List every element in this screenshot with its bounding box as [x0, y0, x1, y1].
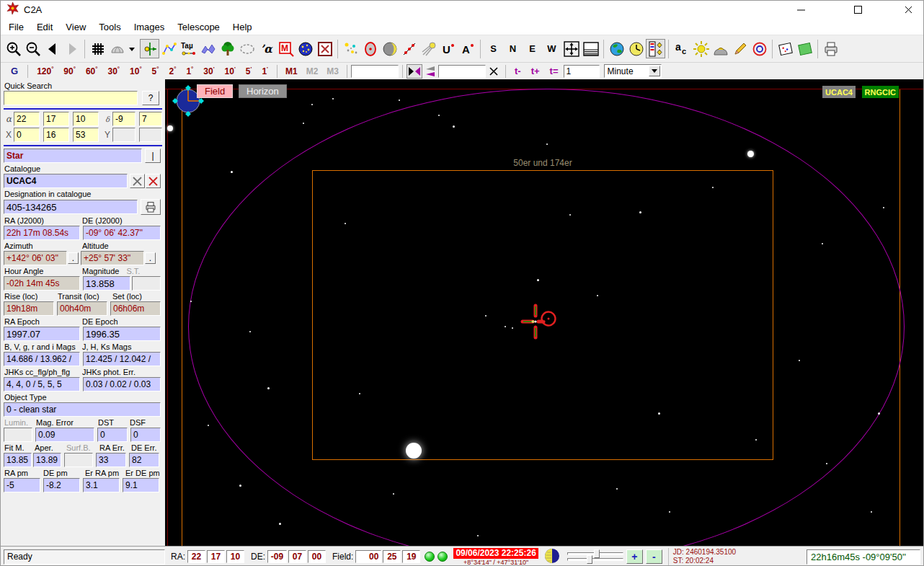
print-icon[interactable]: [821, 39, 840, 58]
time-plus-button[interactable]: t+: [526, 66, 545, 76]
ra-s-field[interactable]: 10: [73, 112, 99, 126]
sun-icon[interactable]: [691, 39, 711, 58]
minimize-button[interactable]: [784, 1, 817, 19]
uranus-label-icon[interactable]: U: [438, 39, 458, 58]
ccd-frame-icon[interactable]: [795, 39, 814, 58]
tab-horizon[interactable]: Horizon: [239, 84, 287, 98]
star-colors-icon[interactable]: [341, 39, 360, 58]
time-set-button[interactable]: t=: [545, 66, 564, 76]
earth-map-icon[interactable]: [607, 39, 626, 58]
pan-view-icon[interactable]: [561, 39, 581, 58]
menu-item-tools[interactable]: Tools: [92, 20, 127, 34]
menu-item-view[interactable]: View: [59, 20, 92, 34]
fov-button-10deg[interactable]: 10°: [125, 66, 147, 76]
deselect-icon[interactable]: [130, 174, 145, 188]
field-ellipse-icon[interactable]: [237, 39, 257, 58]
forward-icon[interactable]: [62, 39, 81, 58]
delete-icon[interactable]: [146, 174, 161, 188]
fov-button-60deg[interactable]: 60°: [81, 66, 103, 76]
edit-pencil-icon[interactable]: [730, 39, 750, 58]
direction-north-button[interactable]: N: [503, 39, 523, 58]
mark-m2-button[interactable]: M2: [302, 66, 323, 76]
time-step-input[interactable]: [564, 65, 600, 78]
moon-phase-icon[interactable]: [380, 39, 399, 58]
star-labels-icon[interactable]: ʼα: [257, 39, 276, 58]
quick-search-input[interactable]: [4, 91, 138, 105]
proper-motion-icon[interactable]: Taµ: [179, 39, 198, 58]
direction-south-button[interactable]: S: [484, 39, 503, 58]
y2-field[interactable]: [139, 128, 162, 142]
mirror-vertical-icon[interactable]: [422, 64, 438, 79]
status-de-m[interactable]: 07: [288, 550, 306, 563]
fov-button-30min[interactable]: 30': [198, 66, 219, 76]
zoom-out-icon[interactable]: [23, 39, 43, 58]
constellation-lines-icon[interactable]: [159, 39, 179, 58]
telescope-target-icon[interactable]: [750, 39, 769, 58]
status-field-s[interactable]: 19: [402, 550, 420, 563]
sky-chart[interactable]: Field Horizon UCAC4 RNGCIC: [165, 79, 924, 546]
help-button[interactable]: ?: [142, 91, 159, 105]
asteroid-label-icon[interactable]: A: [458, 39, 477, 58]
grid-toggle-button[interactable]: G: [5, 66, 24, 76]
azimuth-more-button[interactable]: .: [68, 252, 79, 264]
mirror-horizontal-icon[interactable]: [407, 64, 422, 79]
menu-item-images[interactable]: Images: [128, 20, 172, 34]
slider-thumb[interactable]: [587, 555, 592, 564]
menu-item-edit[interactable]: Edit: [30, 20, 59, 34]
y1-field[interactable]: [112, 128, 136, 142]
fov-button-5min[interactable]: 5': [241, 66, 257, 76]
font-settings-icon[interactable]: ac: [672, 39, 691, 58]
zoom-in-icon[interactable]: [4, 39, 23, 58]
x3-field[interactable]: 53: [73, 128, 99, 142]
clear-input-icon[interactable]: [486, 64, 502, 79]
mark-m3-button[interactable]: M3: [322, 66, 343, 76]
dome-icon[interactable]: [107, 39, 127, 58]
direction-east-button[interactable]: E: [523, 39, 542, 58]
expand-button[interactable]: |: [145, 149, 161, 163]
image-frame-icon[interactable]: [776, 39, 795, 58]
print-object-icon[interactable]: [141, 199, 161, 215]
object-search-input[interactable]: [351, 65, 399, 78]
observatory-icon[interactable]: [711, 39, 730, 58]
grid-icon[interactable]: [88, 39, 107, 58]
time-minus-button[interactable]: t-: [510, 66, 526, 76]
side-panel-icon[interactable]: [646, 39, 665, 58]
fov-button-2deg[interactable]: 2°: [164, 66, 182, 76]
fov-button-120deg[interactable]: 120°: [32, 66, 58, 76]
time-unit-select[interactable]: Minute: [604, 64, 662, 78]
planets-icon[interactable]: [360, 39, 380, 58]
menu-item-file[interactable]: File: [2, 20, 30, 34]
horizon-fill-icon[interactable]: [581, 39, 600, 58]
fov-button-5deg[interactable]: 5°: [147, 66, 164, 76]
close-button[interactable]: [892, 1, 924, 19]
asteroids-icon[interactable]: [399, 39, 419, 58]
status-ra-s[interactable]: 10: [226, 550, 244, 563]
slider-thumb[interactable]: [594, 549, 600, 558]
mark-m1-button[interactable]: M1: [281, 66, 302, 76]
de-d-field[interactable]: -9: [112, 112, 136, 126]
altitude-more-button[interactable]: .: [145, 252, 156, 264]
fov-button-1min[interactable]: 1': [257, 66, 273, 76]
de-m-field[interactable]: 7: [139, 112, 162, 126]
x1-field[interactable]: 0: [14, 128, 40, 142]
clock-icon[interactable]: [626, 39, 646, 58]
zoom-plus-button[interactable]: +: [626, 549, 643, 564]
direction-west-button[interactable]: W: [542, 39, 561, 58]
zoom-minus-button[interactable]: -: [646, 549, 662, 564]
status-de-d[interactable]: -09: [267, 550, 287, 563]
dropdown-button[interactable]: [649, 66, 660, 76]
status-field-m[interactable]: 25: [383, 550, 401, 563]
fov-button-30deg[interactable]: 30°: [102, 66, 125, 76]
tab-field[interactable]: Field: [197, 84, 233, 98]
dome-dropdown-icon[interactable]: [127, 39, 136, 58]
fov-button-90deg[interactable]: 90°: [58, 66, 81, 76]
close-frame-icon[interactable]: [315, 39, 334, 58]
comets-icon[interactable]: [419, 39, 438, 58]
back-icon[interactable]: [43, 39, 62, 58]
ra-m-field[interactable]: 17: [43, 112, 69, 126]
fov-button-10min[interactable]: 10': [220, 66, 241, 76]
goto-input[interactable]: [438, 65, 486, 78]
ra-h-field[interactable]: 22: [14, 112, 40, 126]
slider-track[interactable]: [567, 558, 623, 561]
messier-icon[interactable]: M: [276, 39, 296, 58]
